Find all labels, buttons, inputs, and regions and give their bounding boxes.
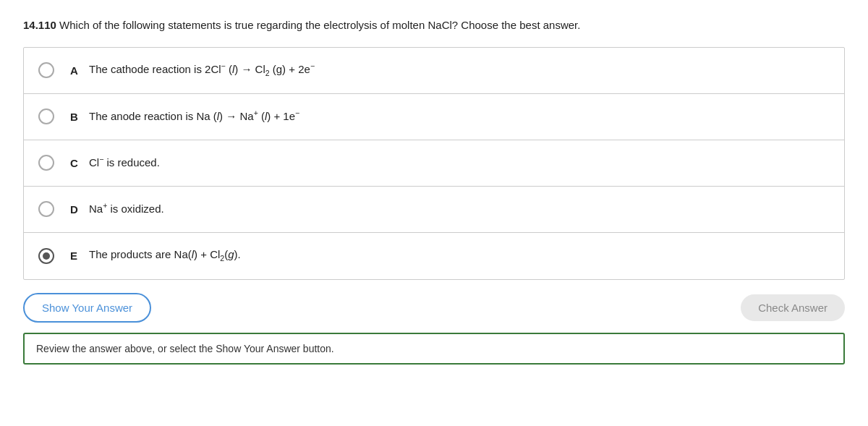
option-text-A: The cathode reaction is 2Cl− (l) → Cl2 (… [89,61,315,80]
radio-B[interactable] [38,108,54,124]
option-label-E: E [70,250,82,262]
option-text-C: Cl− is reduced. [89,154,160,171]
option-text-E: The products are Na(l) + Cl2(g). [89,247,241,265]
option-label-A: A [70,64,82,77]
radio-D[interactable] [38,201,54,217]
option-row-A[interactable]: A The cathode reaction is 2Cl− (l) → Cl2… [24,48,844,94]
option-label-D: D [70,203,82,216]
review-box: Review the answer above, or select the S… [23,333,845,365]
option-row-E[interactable]: E The products are Na(l) + Cl2(g). [24,233,844,279]
buttons-row: Show Your Answer Check Answer [23,293,845,323]
option-text-D: Na+ is oxidized. [89,200,164,218]
option-row-D[interactable]: D Na+ is oxidized. [24,187,844,233]
radio-A[interactable] [38,62,54,78]
radio-C[interactable] [38,155,54,171]
option-row-C[interactable]: C Cl− is reduced. [24,140,844,187]
option-label-C: C [70,157,82,169]
option-label-B: B [70,111,82,123]
question-text: Which of the following statements is tru… [59,19,580,31]
show-answer-button[interactable]: Show Your Answer [23,293,151,323]
options-container: A The cathode reaction is 2Cl− (l) → Cl2… [23,47,845,280]
question-number: 14.110 [23,19,56,31]
check-answer-button[interactable]: Check Answer [741,294,845,321]
question-header: 14.110 Which of the following statements… [23,17,845,34]
option-row-B[interactable]: B The anode reaction is Na (l) → Na+ (l)… [24,94,844,140]
review-text: Review the answer above, or select the S… [36,343,334,354]
option-text-B: The anode reaction is Na (l) → Na+ (l) +… [89,108,299,125]
radio-E[interactable] [38,248,54,264]
